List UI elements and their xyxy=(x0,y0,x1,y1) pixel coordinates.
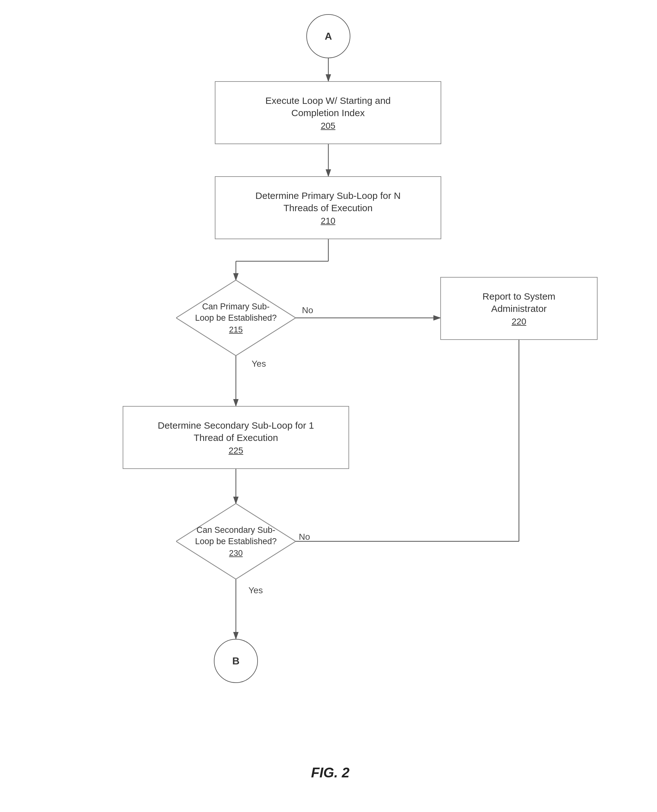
process-box-205: Execute Loop W/ Starting andCompletion I… xyxy=(215,81,441,144)
no-label-215: No xyxy=(302,305,313,315)
diamond-215: Can Primary Sub-Loop be Established? 215 xyxy=(176,280,296,356)
yes-label-215: Yes xyxy=(252,359,266,369)
figure-label: FIG. 2 xyxy=(283,765,377,781)
no-label-230: No xyxy=(299,532,310,542)
diagram-container: A Execute Loop W/ Starting andCompletion… xyxy=(0,0,657,812)
yes-label-230: Yes xyxy=(249,586,263,595)
connector-a: A xyxy=(306,14,350,58)
process-box-225: Determine Secondary Sub-Loop for 1Thread… xyxy=(123,406,349,469)
process-box-220: Report to SystemAdministrator 220 xyxy=(440,277,598,340)
connector-b: B xyxy=(214,639,258,683)
diamond-230: Can Secondary Sub-Loop be Established? 2… xyxy=(176,504,296,579)
process-box-210: Determine Primary Sub-Loop for NThreads … xyxy=(215,176,441,239)
